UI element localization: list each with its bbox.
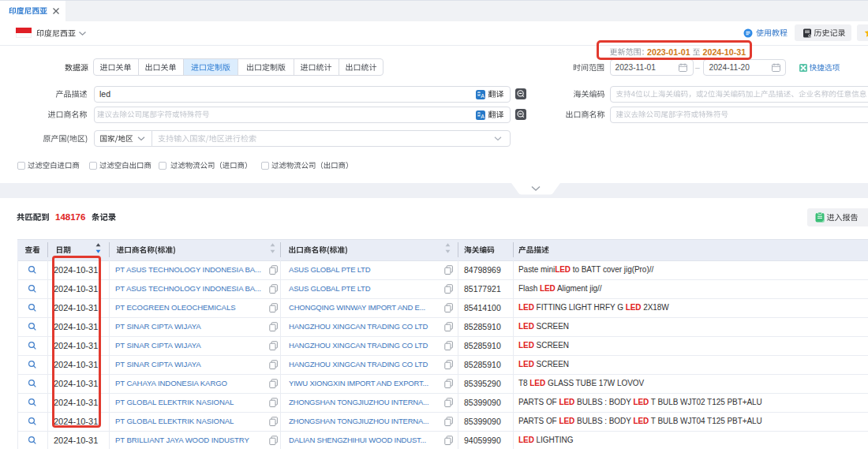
svg-text:A: A: [481, 114, 485, 119]
svg-text:A: A: [481, 93, 485, 99]
